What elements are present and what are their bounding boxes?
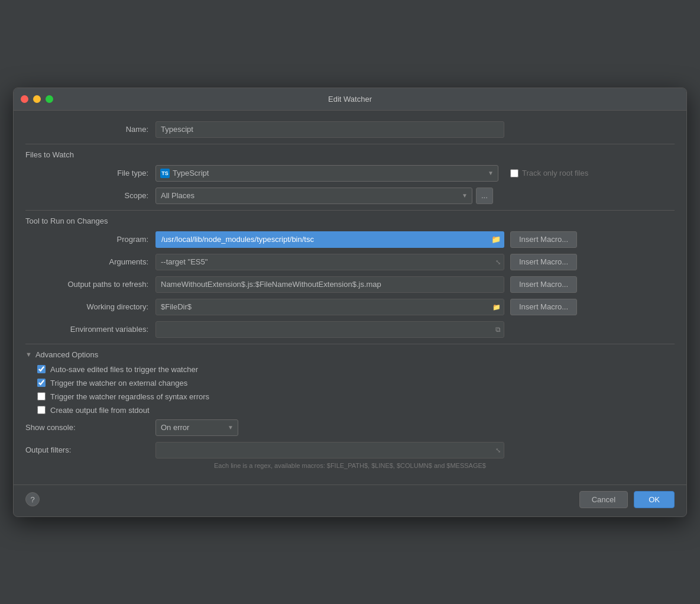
dialog-title: Edit Watcher <box>328 95 372 104</box>
checkbox-stdout-row: Create output file from stdout <box>25 406 675 415</box>
show-console-select[interactable]: Always On error Never <box>155 419 238 436</box>
file-type-select[interactable]: TypeScript <box>155 165 498 182</box>
track-root-files-label: Track only root files <box>522 169 588 177</box>
stdout-checkbox[interactable] <box>37 406 46 414</box>
section-divider-2 <box>25 210 675 211</box>
advanced-options-label: Advanced Options <box>35 350 98 359</box>
edit-watcher-dialog: Edit Watcher Name: Files to Watch File t… <box>13 88 687 517</box>
advanced-options-header[interactable]: ▼ Advanced Options <box>25 350 675 359</box>
working-dir-input-wrapper: 📁 <box>155 299 504 315</box>
title-bar: Edit Watcher <box>14 88 686 111</box>
close-button[interactable] <box>21 95 28 103</box>
env-var-input[interactable] <box>155 321 504 338</box>
syntax-errors-checkbox[interactable] <box>37 392 46 400</box>
arguments-input-wrapper: ⤡ <box>155 254 504 270</box>
show-console-row: Show console: Always On error Never ▼ <box>25 419 675 436</box>
output-paths-row: Output paths to refresh: Insert Macro... <box>25 276 675 293</box>
external-changes-checkbox[interactable] <box>37 379 46 387</box>
name-row: Name: <box>25 121 675 138</box>
program-input-wrapper: 📁 <box>155 231 504 248</box>
program-label: Program: <box>25 235 155 244</box>
tool-to-run-label: Tool to Run on Changes <box>25 217 675 225</box>
env-var-label: Environment variables: <box>25 325 155 334</box>
section-divider-3 <box>25 344 675 344</box>
checkbox-autosave-row: Auto-save edited files to trigger the wa… <box>25 365 675 374</box>
env-var-input-wrapper: ⧉ <box>155 321 504 338</box>
insert-macro-button-2[interactable]: Insert Macro... <box>510 254 577 270</box>
track-root-files-area: Track only root files <box>510 169 588 177</box>
arguments-input[interactable] <box>155 254 504 270</box>
scope-select-wrapper: All Places ▼ <box>155 188 472 204</box>
working-dir-folder-icon[interactable]: 📁 <box>492 303 501 311</box>
working-dir-input[interactable] <box>155 299 504 315</box>
working-dir-label: Working directory: <box>25 302 155 311</box>
program-folder-icon[interactable]: 📁 <box>491 235 501 244</box>
env-var-row: Environment variables: ⧉ <box>25 321 675 338</box>
action-buttons: Cancel OK <box>579 491 675 508</box>
scope-row: Scope: All Places ▼ ... <box>25 188 675 204</box>
track-root-files-checkbox[interactable] <box>510 169 518 177</box>
output-paths-label: Output paths to refresh: <box>25 280 155 289</box>
window-controls <box>21 95 53 103</box>
file-type-label: File type: <box>25 169 155 177</box>
output-filters-input-wrapper: ⤡ <box>155 442 504 458</box>
ok-button[interactable]: OK <box>634 491 675 508</box>
output-filters-input[interactable] <box>155 442 504 458</box>
program-row: Program: 📁 Insert Macro... <box>25 231 675 248</box>
insert-macro-button-4[interactable]: Insert Macro... <box>510 299 577 315</box>
show-console-select-wrapper: Always On error Never ▼ <box>155 419 238 436</box>
minimize-button[interactable] <box>33 95 41 103</box>
scope-label: Scope: <box>25 191 155 200</box>
env-var-copy-icon[interactable]: ⧉ <box>495 325 501 334</box>
arguments-expand-icon[interactable]: ⤡ <box>495 258 501 266</box>
cancel-button[interactable]: Cancel <box>579 491 628 508</box>
output-filters-row: Output filters: ⤡ <box>25 442 675 458</box>
name-input[interactable] <box>155 121 504 138</box>
insert-macro-button-3[interactable]: Insert Macro... <box>510 276 577 293</box>
output-paths-input[interactable] <box>155 276 504 293</box>
section-divider-1 <box>25 144 675 144</box>
hint-text: Each line is a regex, available macros: … <box>25 462 675 469</box>
help-button[interactable]: ? <box>25 492 40 506</box>
dialog-content: Name: Files to Watch File type: TS TypeS… <box>14 111 686 485</box>
advanced-options-triangle-icon: ▼ <box>25 351 32 358</box>
insert-macro-button-1[interactable]: Insert Macro... <box>510 231 577 248</box>
show-console-label: Show console: <box>25 423 155 432</box>
typescript-icon: TS <box>160 169 170 178</box>
output-filters-label: Output filters: <box>25 445 155 454</box>
name-label: Name: <box>25 125 155 134</box>
checkbox-external-row: Trigger the watcher on external changes <box>25 379 675 387</box>
program-input[interactable] <box>155 231 504 248</box>
maximize-button[interactable] <box>46 95 53 103</box>
scope-select[interactable]: All Places <box>155 188 472 204</box>
autosave-label: Auto-save edited files to trigger the wa… <box>50 365 198 374</box>
external-changes-label: Trigger the watcher on external changes <box>50 379 187 387</box>
stdout-label: Create output file from stdout <box>50 406 150 415</box>
bottom-bar: ? Cancel OK <box>14 485 686 516</box>
arguments-label: Arguments: <box>25 257 155 266</box>
autosave-checkbox[interactable] <box>37 365 46 373</box>
files-to-watch-label: Files to Watch <box>25 150 675 159</box>
output-filters-expand-icon[interactable]: ⤡ <box>495 446 501 454</box>
syntax-errors-label: Trigger the watcher regardless of syntax… <box>50 392 209 401</box>
file-type-select-wrapper: TS TypeScript ▼ <box>155 165 498 182</box>
file-type-row: File type: TS TypeScript ▼ Track only ro… <box>25 165 675 182</box>
scope-dots-button[interactable]: ... <box>476 188 493 204</box>
arguments-row: Arguments: ⤡ Insert Macro... <box>25 254 675 270</box>
checkbox-syntax-row: Trigger the watcher regardless of syntax… <box>25 392 675 401</box>
working-dir-row: Working directory: 📁 Insert Macro... <box>25 299 675 315</box>
